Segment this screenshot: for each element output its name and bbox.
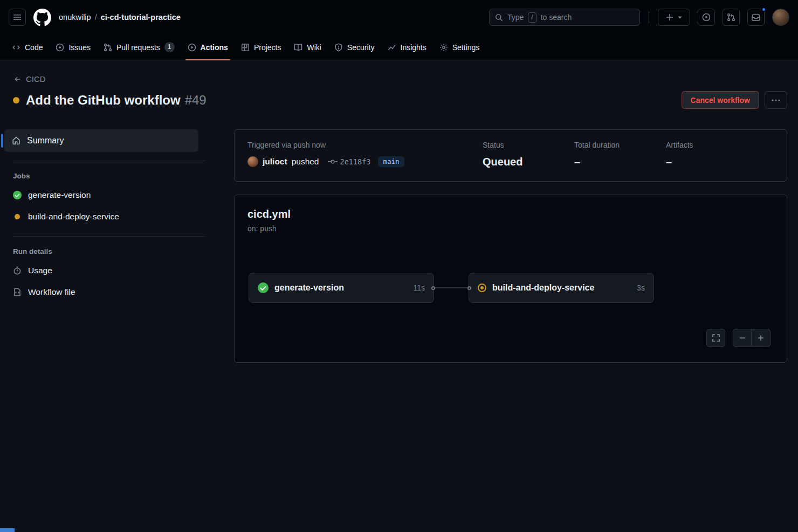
run-sidebar: Summary Jobs generate-version build-and-…	[0, 116, 205, 303]
run-details-section-header: Run details	[0, 244, 205, 260]
content-area: Summary Jobs generate-version build-and-…	[0, 116, 798, 363]
stopwatch-icon	[13, 266, 22, 275]
breadcrumb-repo[interactable]: ci-cd-tutorial-practice	[101, 13, 181, 22]
artifacts-value: –	[666, 156, 774, 168]
issue-opened-icon	[56, 43, 64, 52]
breadcrumb-owner[interactable]: onukwilip	[59, 13, 91, 22]
issue-opened-icon	[702, 13, 711, 22]
zoom-out-button[interactable]	[733, 329, 752, 347]
sidebar-job-generate-version[interactable]: generate-version	[0, 184, 205, 206]
sidebar-job-build-and-deploy-service[interactable]: build-and-deploy-service	[0, 206, 205, 227]
page-title: Add the GitHub workflow	[26, 93, 181, 108]
sidebar-item-usage[interactable]: Usage	[0, 260, 205, 281]
zoom-controls	[733, 329, 771, 347]
run-status-queued-icon	[13, 97, 19, 103]
tab-label: Wiki	[307, 43, 321, 52]
total-duration-label: Total duration	[574, 141, 666, 149]
queued-dot-icon	[13, 212, 22, 221]
tab-pull-requests[interactable]: Pull requests 1	[97, 34, 181, 60]
hamburger-icon	[13, 13, 22, 22]
run-summary-card: Triggered via push now julioct pushed 2e…	[234, 129, 787, 182]
connector-line	[435, 287, 467, 288]
cancel-workflow-button[interactable]: Cancel workflow	[682, 91, 759, 109]
search-icon	[495, 13, 503, 22]
tab-issues[interactable]: Issues	[49, 34, 97, 60]
fullscreen-button[interactable]	[706, 329, 725, 347]
breadcrumb: onukwilip / ci-cd-tutorial-practice	[59, 13, 181, 22]
plus-icon	[757, 334, 765, 342]
tab-actions[interactable]: Actions	[181, 34, 235, 60]
git-pull-request-icon	[727, 13, 735, 22]
job-name: build-and-deploy-service	[28, 212, 119, 222]
top-bar: onukwilip / ci-cd-tutorial-practice Type…	[0, 0, 798, 34]
header-divider	[649, 11, 649, 23]
hamburger-menu-button[interactable]	[9, 9, 26, 26]
breadcrumb-separator: /	[95, 13, 97, 22]
status-label: Status	[483, 141, 574, 149]
inbox-icon	[752, 13, 760, 22]
actor-name[interactable]: julioct	[263, 157, 287, 167]
create-new-button[interactable]	[658, 9, 690, 26]
back-to-workflow-link[interactable]: CICD	[13, 74, 46, 84]
node-duration: 3s	[637, 284, 645, 292]
sidebar-item-workflow-file[interactable]: Workflow file	[0, 281, 205, 303]
tab-label: Projects	[254, 43, 281, 52]
git-pull-request-icon	[104, 43, 112, 52]
branch-label[interactable]: main	[378, 156, 404, 167]
tab-security[interactable]: Security	[328, 34, 381, 60]
run-main: Triggered via push now julioct pushed 2e…	[205, 116, 798, 363]
actor-avatar[interactable]	[247, 156, 258, 167]
search-placeholder-prefix: Type	[507, 13, 524, 22]
tab-label: Actions	[201, 43, 228, 52]
graph-icon	[388, 43, 396, 52]
global-pull-requests-button[interactable]	[723, 9, 740, 26]
workflow-graph: generate-version 11s build-and-deploy-se…	[249, 273, 774, 303]
tab-settings[interactable]: Settings	[433, 34, 486, 60]
global-issues-button[interactable]	[698, 9, 715, 26]
user-avatar[interactable]	[772, 9, 789, 26]
sidebar-divider	[13, 161, 205, 161]
queued-status-icon	[478, 284, 486, 292]
search-placeholder-suffix: to search	[541, 13, 572, 22]
github-logo[interactable]	[33, 9, 51, 26]
shield-icon	[334, 43, 343, 52]
graph-connector	[431, 286, 471, 290]
sidebar-item-summary[interactable]: Summary	[4, 129, 198, 152]
minus-icon	[739, 334, 746, 342]
workflow-name: CICD	[26, 74, 46, 84]
node-duration: 11s	[413, 284, 425, 292]
graph-node-generate-version[interactable]: generate-version 11s	[249, 273, 434, 303]
commit-icon	[328, 158, 338, 165]
sidebar-divider	[13, 236, 205, 237]
pull-requests-counter: 1	[164, 42, 175, 52]
workflow-trigger: on: push	[247, 224, 774, 233]
gear-icon	[439, 43, 448, 52]
node-name: generate-version	[274, 283, 407, 293]
tab-insights[interactable]: Insights	[381, 34, 433, 60]
commit-sha: 2e118f3	[340, 157, 371, 166]
kebab-horizontal-icon	[772, 99, 780, 101]
run-options-button[interactable]	[765, 91, 787, 109]
connector-dot	[431, 286, 435, 290]
sidebar-item-label: Usage	[28, 266, 52, 275]
zoom-in-button[interactable]	[752, 329, 771, 347]
tab-wiki[interactable]: Wiki	[287, 34, 327, 60]
tab-label: Security	[347, 43, 375, 52]
workflow-file-name: cicd.yml	[247, 208, 774, 220]
tab-projects[interactable]: Projects	[235, 34, 288, 60]
status-value: Queued	[483, 156, 574, 168]
check-circle-icon	[13, 191, 22, 199]
inbox-button[interactable]	[747, 9, 765, 26]
tab-code[interactable]: Code	[5, 34, 49, 60]
code-icon	[12, 43, 20, 52]
status-column: Status Queued	[483, 141, 574, 168]
workflow-file-icon	[13, 288, 22, 296]
artifacts-column: Artifacts –	[666, 141, 774, 168]
node-name: build-and-deploy-service	[492, 283, 631, 293]
trigger-section: Triggered via push now julioct pushed 2e…	[247, 141, 483, 168]
tab-label: Issues	[68, 43, 90, 52]
actor-action: pushed	[292, 157, 319, 167]
graph-node-build-and-deploy-service[interactable]: build-and-deploy-service 3s	[469, 273, 654, 303]
commit-link[interactable]: 2e118f3	[328, 157, 371, 166]
search-input[interactable]: Type / to search	[489, 9, 640, 26]
